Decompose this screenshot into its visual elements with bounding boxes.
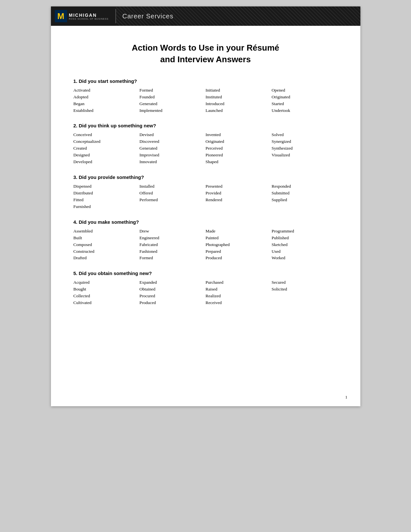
- word-item: Visualized: [272, 152, 338, 159]
- career-services-label: Career Services: [122, 13, 173, 20]
- word-item: Created: [73, 145, 140, 152]
- section2-col1: Conceived Conceptualized Created Designe…: [73, 132, 140, 165]
- word-item: Secured: [272, 279, 338, 286]
- word-item: Solicited: [272, 286, 338, 293]
- page-title-text: Action Words to Use in your Résumé and I…: [73, 42, 338, 65]
- section2-col3: Invented Originated Perceived Pioneered …: [206, 132, 272, 165]
- word-item: Distributed: [73, 190, 140, 197]
- word-item: Solved: [272, 132, 338, 138]
- word-item: Formed: [140, 87, 206, 94]
- word-item: Programmed: [272, 228, 338, 235]
- logo-ross: ROSS SCHOOL OF BUSINESS: [69, 18, 109, 20]
- word-item: Painted: [206, 235, 272, 241]
- word-item: Procured: [140, 293, 206, 300]
- section3-heading: 3. Did you provide something?: [73, 174, 338, 180]
- header: M MICHIGAN ROSS SCHOOL OF BUSINESS Caree…: [51, 6, 360, 26]
- word-item: Used: [272, 248, 338, 255]
- word-item: Instituted: [206, 94, 272, 101]
- section3-col1: Dispensed Distributed Fitted Furnished: [73, 183, 140, 210]
- word-item: Realized: [206, 293, 272, 300]
- word-item: Devised: [140, 132, 206, 138]
- word-item: Worked: [272, 255, 338, 261]
- section2-grid: Conceived Conceptualized Created Designe…: [73, 132, 338, 165]
- section3-col4: Responded Submitted Supplied: [272, 183, 338, 210]
- section5-col2: Expanded Obtained Procured Produced: [140, 279, 206, 306]
- section3-col2: Installed Offered Performed: [140, 183, 206, 210]
- section5-grid: Acquired Bought Collected Cultivated Exp…: [73, 279, 338, 306]
- section5-heading: 5. Did you obtain something new?: [73, 271, 338, 276]
- page-content: Action Words to Use in your Résumé and I…: [51, 26, 360, 335]
- word-item: Constructed: [73, 248, 140, 255]
- word-item: Drew: [140, 228, 206, 235]
- section3-col3: Presented Provided Rendered: [206, 183, 272, 210]
- word-item: Collected: [73, 293, 140, 300]
- word-item: Fitted: [73, 197, 140, 203]
- word-item: Developed: [73, 159, 140, 165]
- word-item: Fashioned: [140, 248, 206, 255]
- section3-grid: Dispensed Distributed Fitted Furnished I…: [73, 183, 338, 210]
- section4-col3: Made Painted Photographed Prepared Produ…: [206, 228, 272, 262]
- section1-col2: Formed Founded Generated Implemented: [140, 87, 206, 114]
- word-item: Started: [272, 101, 338, 107]
- word-item: Shaped: [206, 159, 272, 165]
- word-item: Furnished: [73, 203, 140, 210]
- word-item: Published: [272, 235, 338, 241]
- section-think-new: 2. Did you think up something new? Conce…: [73, 123, 338, 165]
- word-item: Installed: [140, 183, 206, 190]
- word-item: Conceived: [73, 132, 140, 138]
- word-item: Offered: [140, 190, 206, 197]
- word-item: Cultivated: [73, 300, 140, 306]
- word-item: Acquired: [73, 279, 140, 286]
- word-item: Generated: [140, 145, 206, 152]
- section4-grid: Assembled Built Composed Constructed Dra…: [73, 228, 338, 262]
- word-item: Prepared: [206, 248, 272, 255]
- word-item: Generated: [140, 101, 206, 107]
- word-item: Began: [73, 101, 140, 107]
- word-item: Responded: [272, 183, 338, 190]
- section-obtain: 5. Did you obtain something new? Acquire…: [73, 271, 338, 306]
- word-item: Provided: [206, 190, 272, 197]
- word-item: Photographed: [206, 241, 272, 248]
- word-item: Produced: [140, 300, 206, 306]
- word-item: Established: [73, 107, 140, 114]
- word-item: Perceived: [206, 145, 272, 152]
- section5-col3: Purchased Raised Realized Received: [206, 279, 272, 306]
- word-item: Designed: [73, 152, 140, 159]
- section-start-something: 1. Did you start something? Activated Ad…: [73, 78, 338, 114]
- page-number: 1: [345, 395, 347, 400]
- word-item: Assembled: [73, 228, 140, 235]
- word-item: Improvised: [140, 152, 206, 159]
- word-item: Dispensed: [73, 183, 140, 190]
- section1-heading: 1. Did you start something?: [73, 78, 338, 84]
- word-item: Formed: [140, 255, 206, 261]
- page: M MICHIGAN ROSS SCHOOL OF BUSINESS Caree…: [51, 6, 360, 406]
- section4-col4: Programmed Published Sketched Used Worke…: [272, 228, 338, 262]
- section4-col2: Drew Engineered Fabricated Fashioned For…: [140, 228, 206, 262]
- word-item: Supplied: [272, 197, 338, 203]
- word-item: Synergized: [272, 138, 338, 145]
- word-item: Innovated: [140, 159, 206, 165]
- word-item: Purchased: [206, 279, 272, 286]
- word-item: Bought: [73, 286, 140, 293]
- word-item: Discovered: [140, 138, 206, 145]
- logo-text: MICHIGAN ROSS SCHOOL OF BUSINESS: [69, 13, 109, 20]
- word-item: Sketched: [272, 241, 338, 248]
- word-item: Introduced: [206, 101, 272, 107]
- word-item: Received: [206, 300, 272, 306]
- word-item: Made: [206, 228, 272, 235]
- section1-col3: Initiated Instituted Introduced Launched: [206, 87, 272, 114]
- word-item: Rendered: [206, 197, 272, 203]
- header-career: Career Services: [116, 6, 360, 26]
- section5-col4: Secured Solicited: [272, 279, 338, 306]
- word-item: Synthesized: [272, 145, 338, 152]
- logo-michigan: MICHIGAN: [69, 13, 109, 18]
- word-item: Launched: [206, 107, 272, 114]
- word-item: Adopted: [73, 94, 140, 101]
- word-item: Opened: [272, 87, 338, 94]
- word-item: Undertook: [272, 107, 338, 114]
- word-item: Invented: [206, 132, 272, 138]
- word-item: Initiated: [206, 87, 272, 94]
- word-item: Originated: [272, 94, 338, 101]
- logo-m-icon: M: [55, 10, 67, 22]
- section2-col2: Devised Discovered Generated Improvised …: [140, 132, 206, 165]
